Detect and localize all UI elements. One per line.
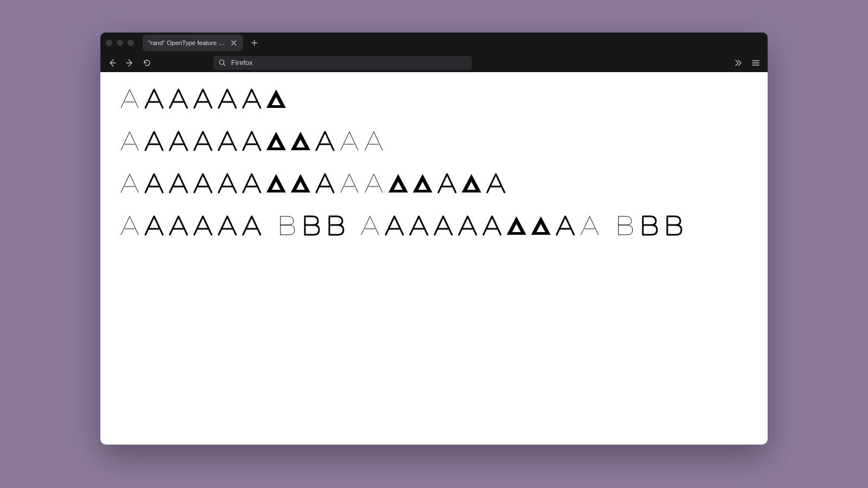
forward-button[interactable] xyxy=(124,57,135,68)
letter-a-icon xyxy=(265,172,287,194)
tab-close-button[interactable] xyxy=(230,39,238,47)
letter-b-icon xyxy=(302,214,320,236)
glyph xyxy=(505,214,528,236)
letter-a-icon xyxy=(143,172,165,194)
glyph xyxy=(313,172,337,194)
letter-a-icon xyxy=(506,214,527,236)
letter-a-icon xyxy=(143,214,165,236)
glyph xyxy=(191,172,215,194)
letter-a-icon xyxy=(290,172,311,194)
glyph xyxy=(456,214,480,236)
letter-a-icon xyxy=(339,130,360,151)
letter-a-icon xyxy=(579,214,601,236)
letter-a-icon xyxy=(314,172,336,194)
letter-a-icon xyxy=(363,130,385,151)
letter-a-icon xyxy=(485,172,507,194)
reload-button[interactable] xyxy=(142,57,152,68)
glyph xyxy=(362,130,386,151)
glyph xyxy=(240,214,264,236)
glyph xyxy=(612,214,636,236)
glyph xyxy=(358,214,382,236)
glyph xyxy=(191,87,215,109)
glyph xyxy=(240,130,264,151)
letter-a-icon xyxy=(530,214,552,236)
glyph xyxy=(142,87,166,109)
letter-a-icon xyxy=(241,172,263,194)
glyph xyxy=(289,130,312,151)
glyph xyxy=(167,214,190,236)
new-tab-button[interactable] xyxy=(247,36,261,50)
window-close-button[interactable] xyxy=(106,40,112,46)
window-minimize-button[interactable] xyxy=(117,40,123,46)
letter-a-icon xyxy=(143,130,165,151)
glyph xyxy=(459,172,483,194)
glyph xyxy=(118,130,142,151)
letter-a-icon xyxy=(168,130,189,151)
letter-a-icon xyxy=(339,172,360,194)
back-button[interactable] xyxy=(107,57,118,68)
letter-a-icon xyxy=(192,214,214,236)
arrow-left-icon xyxy=(108,59,117,67)
glyph xyxy=(264,87,288,109)
glyph xyxy=(323,214,347,236)
glyph xyxy=(240,87,264,109)
close-icon xyxy=(231,40,237,46)
reload-icon xyxy=(143,59,151,67)
app-menu-button[interactable] xyxy=(750,57,761,68)
letter-a-icon xyxy=(241,130,263,151)
glyph xyxy=(215,214,239,236)
letter-a-icon xyxy=(241,214,263,236)
glyph xyxy=(661,214,685,236)
browser-window: "rand" OpenType feature test Firefox xyxy=(100,33,768,445)
letter-a-icon xyxy=(481,214,503,236)
page-content xyxy=(100,72,768,445)
glyph xyxy=(215,130,239,151)
window-maximize-button[interactable] xyxy=(127,40,134,46)
hamburger-icon xyxy=(751,59,760,67)
glyph xyxy=(191,214,215,236)
letter-a-icon xyxy=(119,130,141,151)
search-icon xyxy=(219,59,226,66)
plus-icon xyxy=(251,40,258,46)
tab-title: "rand" OpenType feature test xyxy=(148,40,226,46)
letter-a-icon xyxy=(241,87,263,109)
overflow-button[interactable] xyxy=(733,57,744,68)
glyph xyxy=(435,172,459,194)
letter-a-icon xyxy=(119,87,141,109)
letter-a-icon xyxy=(265,87,287,109)
tab-bar: "rand" OpenType feature test xyxy=(100,33,768,53)
address-bar[interactable]: Firefox xyxy=(213,56,472,70)
glyph xyxy=(480,214,504,236)
letter-a-icon xyxy=(168,172,189,194)
letter-a-icon xyxy=(461,172,482,194)
letter-a-icon xyxy=(192,172,214,194)
glyph xyxy=(407,214,431,236)
letter-a-icon xyxy=(290,130,311,151)
glyph xyxy=(275,214,298,236)
letter-a-icon xyxy=(119,172,141,194)
letter-b-icon xyxy=(277,214,296,236)
glyph xyxy=(637,214,661,236)
letter-a-icon xyxy=(554,214,576,236)
letter-b-icon xyxy=(615,214,634,236)
glyph xyxy=(264,172,288,194)
letter-a-icon xyxy=(168,214,189,236)
glyph xyxy=(299,214,323,236)
letter-a-icon xyxy=(192,130,214,151)
glyph xyxy=(118,214,142,236)
letter-a-icon xyxy=(216,214,238,236)
glyph-row xyxy=(118,130,750,151)
glyph xyxy=(167,87,190,109)
arrow-right-icon xyxy=(125,59,134,67)
glyph-sample xyxy=(118,87,750,236)
glyph xyxy=(289,172,312,194)
letter-a-icon xyxy=(457,214,478,236)
letter-a-icon xyxy=(265,130,287,151)
glyph-row xyxy=(118,214,750,236)
letter-b-icon xyxy=(326,214,344,236)
glyph xyxy=(240,172,264,194)
window-controls xyxy=(106,40,134,46)
letter-a-icon xyxy=(408,214,430,236)
glyph xyxy=(191,130,215,151)
browser-tab[interactable]: "rand" OpenType feature test xyxy=(143,35,243,51)
